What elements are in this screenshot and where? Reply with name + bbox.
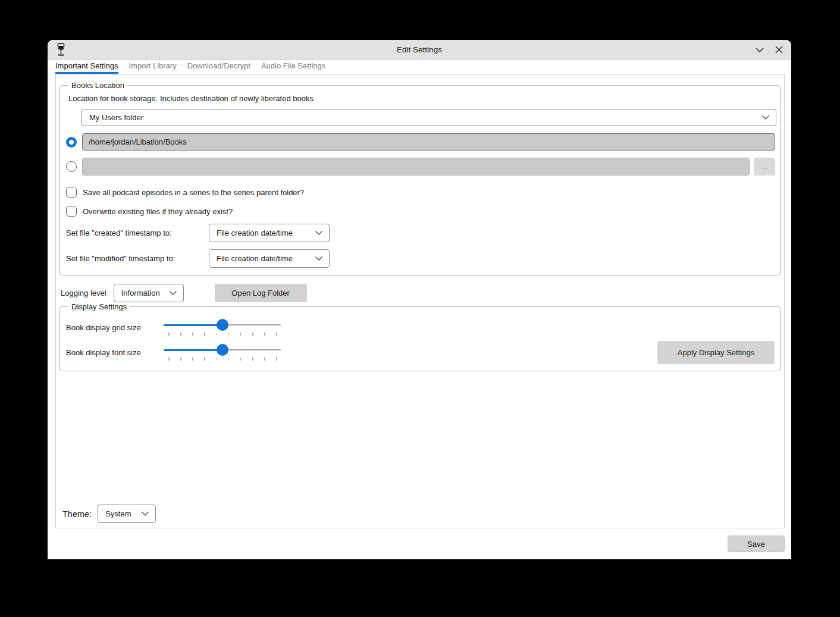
theme-value: System [105,509,136,518]
books-location-legend: Books Location [68,81,127,90]
grid-size-slider[interactable] [164,319,281,336]
logging-level-label: Logging level [61,289,106,297]
overwrite-checkbox-label: Overwrite existing files if they already… [83,207,233,216]
chevron-down-icon [315,230,323,236]
created-timestamp-select[interactable]: File creation date/time [209,224,330,242]
titlebar[interactable]: Edit Settings [48,40,791,60]
overwrite-checkbox-row: Overwrite existing files if they already… [65,206,775,217]
theme-label: Theme: [62,509,92,519]
browse-button[interactable]: ... [754,158,775,176]
logging-row: Logging level Information Open Log Folde… [61,284,781,302]
slider-ticks [168,358,277,361]
tab-import-library[interactable]: Import Library [129,60,177,74]
chevron-down-icon [761,115,770,120]
font-size-slider[interactable] [164,344,281,361]
created-timestamp-label: Set file "created" timestamp to: [66,228,209,237]
chevron-down-icon [141,511,149,516]
save-button[interactable]: Save [728,535,785,552]
chevron-down-icon [169,290,177,296]
custom-folder-path-field[interactable] [82,158,750,176]
tab-important-settings[interactable]: Important Settings [55,60,118,74]
window-title: Edit Settings [48,45,791,54]
known-folder-radio[interactable] [66,137,77,148]
tabstrip: Important Settings Import Library Downlo… [48,60,791,74]
base-folder-select[interactable]: My Users folder [82,109,776,126]
edit-settings-window: Edit Settings Important Settings Import … [48,40,791,559]
known-folder-row: /home/jordan/Libation/Books [65,133,775,151]
logging-level-value: Information [121,289,164,297]
custom-folder-radio[interactable] [66,161,77,172]
slider-track[interactable] [164,319,281,331]
font-size-label: Book display font size [66,348,164,357]
slider-track-fill [164,324,222,326]
bottom-bar: Save [48,528,791,559]
modified-timestamp-select[interactable]: File creation date/time [209,249,330,268]
overwrite-checkbox[interactable] [66,206,77,217]
modified-timestamp-label: Set file "modified" timestamp to: [66,254,209,263]
tab-content-panel: Books Location Location for book storage… [55,74,785,528]
apply-display-settings-button[interactable]: Apply Display Settings [657,341,775,364]
custom-folder-row: ... [65,158,775,176]
display-settings-legend: Display Settings [68,302,130,311]
display-settings-group: Display Settings Book display grid size … [59,302,781,371]
chevron-down-icon [315,256,323,261]
podcast-series-checkbox[interactable] [66,187,77,198]
grid-size-row: Book display grid size [65,319,775,336]
slider-track[interactable] [164,344,281,356]
wine-glass-icon [56,42,66,58]
books-location-group: Books Location Location for book storage… [59,81,781,275]
known-folder-path-field: /home/jordan/Libation/Books [82,133,775,151]
tab-audio-file-settings[interactable]: Audio File Settings [261,60,325,74]
window-controls [755,46,783,54]
slider-track-fill [164,349,222,351]
grid-size-label: Book display grid size [66,323,164,332]
modified-timestamp-value: File creation date/time [217,254,310,263]
podcast-series-checkbox-row: Save all podcast episodes in a series to… [65,187,775,198]
created-timestamp-row: Set file "created" timestamp to: File cr… [65,224,775,242]
close-button[interactable] [775,46,783,54]
slider-thumb[interactable] [217,344,228,356]
base-folder-value: My Users folder [89,113,757,122]
open-log-folder-button[interactable]: Open Log Folder [215,284,307,302]
theme-select[interactable]: System [98,505,156,523]
books-location-description: Location for book storage. Includes dest… [68,94,775,103]
logging-level-select[interactable]: Information [114,284,184,302]
modified-timestamp-row: Set file "modified" timestamp to: File c… [65,249,775,268]
slider-ticks [168,333,277,336]
slider-thumb[interactable] [217,319,228,331]
created-timestamp-value: File creation date/time [217,228,310,237]
tab-download-decrypt[interactable]: Download/Decrypt [187,60,250,74]
theme-row: Theme: System [62,505,156,523]
minimize-button[interactable] [755,47,764,53]
podcast-series-checkbox-label: Save all podcast episodes in a series to… [83,188,304,197]
